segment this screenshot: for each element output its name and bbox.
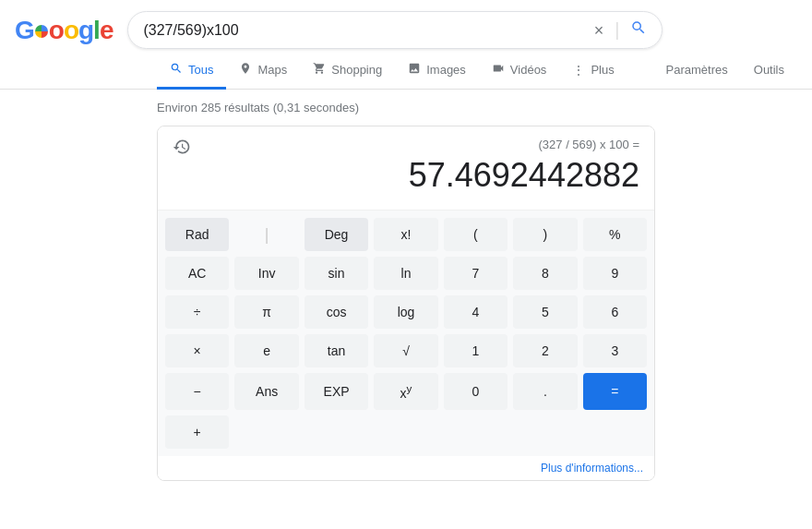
six-btn[interactable]: 6: [583, 295, 647, 329]
tab-images[interactable]: Images: [395, 53, 479, 90]
tab-videos[interactable]: Vidéos: [479, 53, 560, 90]
four-btn[interactable]: 4: [444, 295, 508, 329]
tab-tous[interactable]: Tous: [157, 53, 226, 90]
multiply-btn[interactable]: ×: [165, 334, 229, 367]
zero-btn[interactable]: 0: [444, 373, 508, 410]
five-btn[interactable]: 5: [513, 295, 577, 329]
deg-btn[interactable]: Deg: [304, 218, 368, 251]
tab-plus-label: Plus: [591, 63, 614, 77]
logo-o1: o: [49, 16, 64, 44]
pi-btn[interactable]: π: [234, 295, 298, 329]
percent-btn[interactable]: %: [583, 218, 647, 251]
nav-tabs: Tous Maps Shopping Images Vidéos ⋮ Plus …: [0, 53, 812, 90]
maps-icon: [239, 62, 252, 78]
inv-btn[interactable]: Inv: [234, 257, 298, 290]
tab-parametres-label: Paramètres: [666, 63, 728, 77]
tab-parametres[interactable]: Paramètres: [653, 54, 741, 89]
divide-btn[interactable]: ÷: [165, 295, 229, 329]
log-btn[interactable]: log: [374, 295, 437, 329]
exp-btn[interactable]: EXP: [304, 373, 368, 410]
tab-outils-label: Outils: [754, 63, 784, 77]
tous-icon: [170, 62, 183, 78]
results-info: Environ 285 résultats (0,31 secondes): [0, 90, 812, 126]
calc-result: 57.4692442882: [409, 155, 639, 195]
shopping-icon: [313, 62, 326, 78]
calc-buttons: Rad | Deg x! ( ) % AC Inv sin ln 7 8 9 ÷…: [158, 210, 654, 456]
logo-l: l: [93, 16, 100, 44]
rad-btn[interactable]: Rad: [165, 218, 229, 251]
tab-maps-label: Maps: [257, 63, 287, 77]
calc-display: (327 / 569) x 100 = 57.4692442882: [158, 126, 654, 210]
one-btn[interactable]: 1: [444, 334, 508, 367]
google-logo: Google: [15, 16, 113, 45]
pow-btn[interactable]: xy: [374, 373, 437, 410]
calc-expression: (327 / 569) x 100 =: [409, 138, 639, 151]
plus-dots-icon: ⋮: [572, 63, 585, 78]
dot-btn[interactable]: .: [513, 373, 577, 410]
calculator-card: (327 / 569) x 100 = 57.4692442882 Rad | …: [157, 126, 655, 481]
divider: |: [615, 19, 619, 41]
sin-btn[interactable]: sin: [304, 257, 368, 290]
mode-separator: |: [234, 218, 298, 251]
tab-plus[interactable]: ⋮ Plus: [559, 54, 627, 90]
history-icon[interactable]: [173, 138, 191, 161]
two-btn[interactable]: 2: [513, 334, 577, 367]
ac-btn[interactable]: AC: [165, 257, 229, 290]
tab-outils[interactable]: Outils: [741, 54, 797, 89]
logo-g2: g: [78, 16, 93, 44]
close-paren-btn[interactable]: ): [513, 218, 577, 251]
videos-icon: [492, 62, 505, 78]
header: Google × |: [0, 0, 812, 49]
tab-videos-label: Vidéos: [510, 63, 547, 77]
tab-shopping[interactable]: Shopping: [300, 53, 395, 90]
e-btn[interactable]: e: [234, 334, 298, 367]
tab-maps[interactable]: Maps: [226, 53, 300, 90]
clear-icon[interactable]: ×: [594, 22, 604, 39]
ans-btn[interactable]: Ans: [234, 373, 298, 410]
tab-tous-label: Tous: [188, 63, 213, 77]
eight-btn[interactable]: 8: [513, 257, 577, 290]
nav-right: Paramètres Outils: [653, 54, 797, 88]
seven-btn[interactable]: 7: [444, 257, 508, 290]
minus-btn[interactable]: −: [165, 373, 229, 410]
search-icon[interactable]: [630, 19, 647, 41]
plus-btn[interactable]: +: [165, 415, 229, 449]
cos-btn[interactable]: cos: [304, 295, 368, 329]
more-info-link[interactable]: Plus d'informations...: [158, 456, 654, 480]
nine-btn[interactable]: 9: [583, 257, 647, 290]
logo-o2: o: [64, 16, 78, 44]
logo-e: e: [100, 16, 113, 44]
three-btn[interactable]: 3: [583, 334, 647, 367]
factorial-btn[interactable]: x!: [374, 218, 437, 251]
sqrt-btn[interactable]: √: [374, 334, 437, 367]
search-input[interactable]: [143, 22, 586, 39]
logo-dot: [35, 25, 48, 38]
logo-g: G: [15, 16, 34, 44]
equals-btn[interactable]: =: [583, 373, 647, 410]
tan-btn[interactable]: tan: [304, 334, 368, 367]
search-bar: × |: [127, 11, 663, 49]
images-icon: [408, 62, 421, 78]
tab-shopping-label: Shopping: [331, 63, 382, 77]
open-paren-btn[interactable]: (: [444, 218, 508, 251]
ln-btn[interactable]: ln: [374, 257, 437, 290]
tab-images-label: Images: [426, 63, 466, 77]
